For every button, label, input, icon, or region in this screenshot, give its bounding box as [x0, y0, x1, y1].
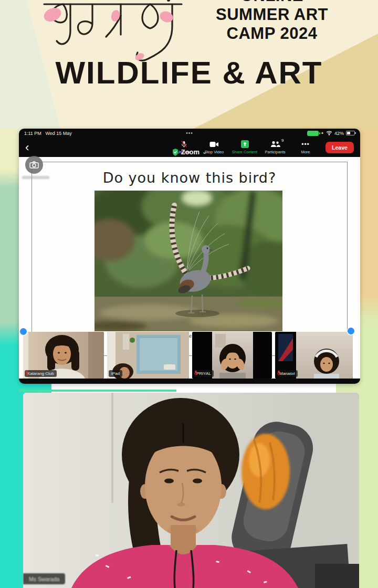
mic-muted-icon	[180, 140, 188, 148]
camp-title-block: ONLINE SUMMER ART CAMP 2024	[194, 0, 350, 43]
video-camera-icon	[209, 141, 219, 148]
slide-title: Do you know this bird?	[19, 170, 360, 186]
battery-level-icon	[346, 131, 355, 135]
presenter-video[interactable]: Ms Swarada	[23, 393, 359, 588]
participants-strip: Kalarang Club iPad	[23, 332, 356, 379]
participant-tile-ipad[interactable]: iPad	[107, 332, 189, 379]
presenter-name-label: Ms Swarada	[23, 573, 65, 584]
status-date: Wed 15 May	[45, 131, 71, 136]
camera-snapshot-button[interactable]	[25, 156, 43, 174]
chevron-down-icon: ⌄	[202, 149, 207, 155]
wifi-icon	[326, 131, 332, 135]
share-up-arrow-icon	[241, 140, 249, 148]
zoom-toolbar: ‹ Zoom ⌄ 16:50	[19, 138, 360, 157]
presenter-video-frame	[23, 393, 359, 588]
participant-name: Kalarang Club	[27, 371, 54, 376]
camp-line-online: ONLINE	[194, 0, 350, 5]
zoom-meeting-screenshot: 1:11 PM Wed 15 May ••• ✦ 42% ‹	[19, 129, 360, 384]
participant-name: PRIYAL	[196, 371, 211, 376]
multitask-dots: •••	[72, 130, 307, 136]
participants-icon	[270, 141, 280, 148]
battery-percent: 42%	[334, 131, 344, 136]
ipad-status-bar: 1:11 PM Wed 15 May ••• ✦ 42%	[19, 129, 360, 138]
annotation-handle-left[interactable]	[20, 328, 27, 335]
participant-tile-kalarang[interactable]: Kalarang Club	[23, 332, 104, 379]
status-time-date: 1:11 PM Wed 15 May	[24, 131, 72, 136]
camp-line-year: CAMP 2024	[194, 24, 350, 43]
participants-count-badge: 9	[281, 138, 284, 143]
participant-name: Manasvi	[279, 371, 295, 376]
background-mint-line	[19, 390, 176, 392]
muted-mic-icon	[25, 370, 29, 376]
poster-page: कलारंग ONLINE SUMMER ART CAM	[0, 0, 378, 588]
participant-tile-manasvi[interactable]: Manasvi	[275, 332, 353, 379]
camera-button-caption	[22, 176, 49, 179]
camera-icon	[29, 161, 39, 169]
shield-check-icon	[172, 149, 178, 156]
lyrebird-photo	[94, 191, 282, 331]
status-indicators: ✦ 42%	[307, 131, 355, 136]
annotation-handle-right[interactable]	[348, 328, 354, 334]
status-time: 1:11 PM	[24, 131, 41, 136]
participant-tile-priyal[interactable]: PRIYAL	[192, 332, 272, 379]
meeting-title: Zoom	[181, 148, 200, 156]
battery-charging-icon	[307, 131, 319, 136]
muted-mic-icon	[194, 370, 198, 376]
muted-mic-icon	[277, 370, 281, 376]
participant-name: iPad	[111, 371, 120, 376]
orientation-lock-icon: ✦	[321, 131, 324, 135]
more-dots-icon: •••	[301, 140, 310, 148]
poster-title: WILDLIFE & ART	[0, 55, 378, 91]
camp-line-summer-art: SUMMER ART	[194, 5, 350, 24]
